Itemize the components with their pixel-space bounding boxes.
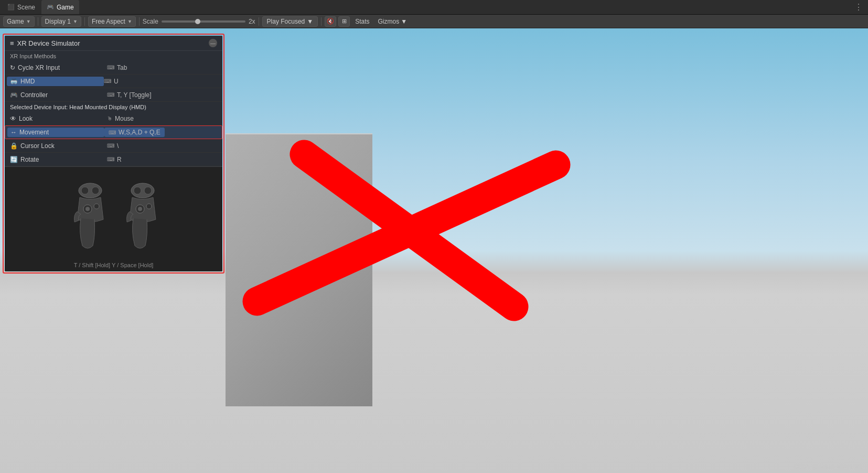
- rotate-icon: 🔄: [10, 156, 18, 163]
- minimize-icon: —: [210, 40, 216, 46]
- scale-value: 2x: [249, 18, 255, 25]
- display-dropdown[interactable]: Display 1 ▼: [41, 16, 81, 27]
- controller-text: Controller: [20, 91, 48, 99]
- aspect-label: Free Aspect: [92, 18, 125, 25]
- look-icon: 👁: [10, 115, 16, 122]
- look-key: Mouse: [115, 115, 134, 122]
- xr-input-methods-label: XR Input Methods: [5, 51, 222, 61]
- xr-cursor-lock-label: 🔒 Cursor Lock: [10, 142, 107, 150]
- rotate-text: Rotate: [20, 156, 39, 163]
- selected-device-value: Head Mounted Display (HMD): [69, 104, 146, 110]
- svg-point-7: [94, 204, 99, 209]
- rotate-key: R: [117, 156, 122, 163]
- xr-rotate-value: ⌨ R: [107, 156, 122, 163]
- cursor-lock-key-icon: ⌨: [107, 143, 114, 149]
- hmd-text: HMD: [20, 78, 35, 85]
- aspect-dropdown[interactable]: Free Aspect ▼: [88, 16, 136, 27]
- sep5: [321, 17, 322, 26]
- display-dropdown-arrow: ▼: [73, 19, 78, 24]
- xr-row-look[interactable]: 👁 Look 🖱 Mouse: [5, 112, 222, 125]
- tab-game[interactable]: 🎮 Game: [41, 0, 79, 14]
- tab-game-label: Game: [57, 4, 74, 11]
- xr-cycle-value: ⌨ Tab: [107, 64, 127, 71]
- vr-controllers-diagram: T / Shift [Hold] Y / Space [Hold]: [5, 166, 222, 271]
- cycle-key: Tab: [117, 64, 127, 71]
- controller-key-icon: ⌨: [107, 92, 114, 98]
- sep1: [38, 17, 38, 26]
- cycle-key-icon: ⌨: [107, 65, 114, 70]
- xr-movement-label: ↔ Movement: [7, 128, 104, 137]
- sep3: [139, 17, 140, 26]
- game-viewport[interactable]: ≡ XR Device Simulator — XR Input Methods…: [0, 28, 868, 473]
- hmd-key: U: [114, 78, 119, 85]
- xr-row-cursor-lock[interactable]: 🔒 Cursor Lock ⌨ \: [5, 139, 222, 153]
- hamburger-icon: ≡: [10, 39, 14, 47]
- svg-point-6: [85, 207, 90, 211]
- stats-button[interactable]: Stats: [352, 17, 372, 26]
- gizmos-arrow: ▼: [401, 18, 407, 25]
- cycle-text: Cycle XR Input: [18, 64, 60, 71]
- xr-hmd-label: 🥽 HMD: [7, 77, 104, 86]
- grid-button[interactable]: ⊞: [338, 16, 350, 27]
- xr-row-controller[interactable]: 🎮 Controller ⌨ T, Y [Toggle]: [5, 88, 222, 102]
- svg-point-10: [144, 187, 152, 194]
- tab-scene-label: Scene: [17, 4, 35, 11]
- controllers-svg: [40, 172, 187, 267]
- xr-panel-minimize-button[interactable]: —: [209, 39, 217, 47]
- scale-label: Scale: [143, 18, 158, 25]
- hmd-key-icon: ⌨: [104, 78, 111, 84]
- scene-icon: ⬛: [7, 4, 15, 10]
- xr-look-value: 🖱 Mouse: [107, 115, 134, 122]
- cursor-lock-text: Cursor Lock: [20, 142, 55, 150]
- selected-device-row: Selected Device Input: Head Mounted Disp…: [5, 102, 222, 112]
- controller-icon: 🎮: [10, 91, 18, 99]
- xr-rotate-label: 🔄 Rotate: [10, 156, 107, 163]
- tab-scene[interactable]: ⬛ Scene: [2, 0, 40, 14]
- stats-label: Stats: [355, 18, 369, 25]
- xr-panel-wrapper: ≡ XR Device Simulator — XR Input Methods…: [3, 34, 224, 274]
- movement-text: Movement: [19, 129, 49, 136]
- xr-row-cycle[interactable]: ↻ Cycle XR Input ⌨ Tab: [5, 61, 222, 75]
- sep2: [84, 17, 85, 26]
- mute-button[interactable]: 🔇: [325, 16, 336, 27]
- xr-row-rotate[interactable]: 🔄 Rotate ⌨ R: [5, 153, 222, 166]
- xr-row-hmd[interactable]: 🥽 HMD ⌨ U: [5, 75, 222, 88]
- xr-row-movement[interactable]: ↔ Movement ⌨ W,S,A,D + Q,E: [5, 125, 222, 139]
- xr-look-label: 👁 Look: [10, 115, 107, 122]
- xr-hmd-value: ⌨ U: [104, 78, 119, 85]
- svg-point-3: [81, 187, 89, 194]
- tab-bar: ⬛ Scene 🎮 Game ⋮: [0, 0, 868, 15]
- play-focused-arrow: ▼: [307, 18, 313, 25]
- xr-cursor-lock-value: ⌨ \: [107, 142, 119, 150]
- movement-key: W,S,A,D + Q,E: [119, 129, 160, 136]
- play-focused-button[interactable]: Play Focused ▼: [262, 16, 318, 27]
- xr-panel-title-text: XR Device Simulator: [17, 39, 80, 47]
- xr-panel-title: ≡ XR Device Simulator: [10, 39, 80, 47]
- svg-point-13: [146, 204, 152, 209]
- play-focused-label: Play Focused: [267, 18, 305, 25]
- cursor-lock-key: \: [117, 142, 119, 150]
- movement-icon: ↔: [10, 129, 17, 136]
- tab-more-button[interactable]: ⋮: [851, 2, 866, 12]
- scale-slider-thumb[interactable]: [195, 19, 200, 24]
- xr-controller-label: 🎮 Controller: [10, 91, 107, 99]
- look-text: Look: [19, 115, 33, 122]
- toolbar: Game ▼ Display 1 ▼ Free Aspect ▼ Scale 2…: [0, 15, 868, 28]
- xr-movement-value: ⌨ W,S,A,D + Q,E: [104, 128, 165, 137]
- look-key-icon: 🖱: [107, 115, 112, 121]
- svg-point-4: [92, 187, 99, 194]
- game-dropdown[interactable]: Game ▼: [3, 16, 35, 27]
- xr-panel-header: ≡ XR Device Simulator —: [5, 36, 222, 51]
- watermark: CSDN @weixin_43471941: [794, 464, 863, 470]
- hmd-icon: 🥽: [10, 78, 18, 85]
- movement-key-icon: ⌨: [109, 130, 116, 135]
- cursor-lock-icon: 🔒: [10, 142, 18, 150]
- aspect-dropdown-arrow: ▼: [127, 19, 132, 24]
- gizmos-button[interactable]: Gizmos ▼: [375, 17, 411, 26]
- scale-control: Scale 2x: [143, 18, 255, 25]
- gray-wall: [226, 133, 372, 406]
- game-dropdown-arrow: ▼: [26, 19, 31, 24]
- svg-point-9: [134, 187, 141, 194]
- scale-slider-track[interactable]: [162, 20, 245, 23]
- sep4: [259, 17, 259, 26]
